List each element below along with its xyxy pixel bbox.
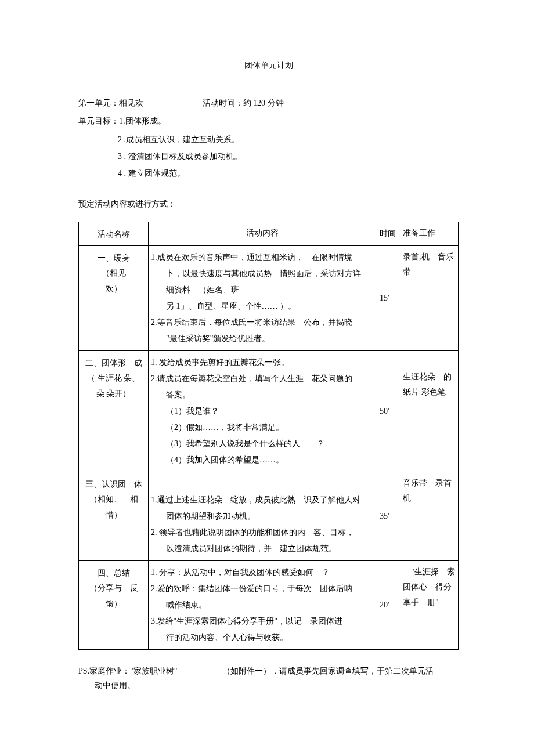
content-line: 2. 领导者也藉此说明团体的功能和团体的内 容、目标，	[150, 525, 374, 541]
activity-name-line: （相见	[81, 266, 146, 281]
activity-name: 二、团体形 成（ 生涯花 朵、朵 朵开）	[79, 350, 149, 472]
table-row: 四、总结（分享与 反馈）1. 分享：从活动中，对自我及团体的感受如何 ？2.爱的…	[79, 560, 459, 649]
table-row: 三、认识团 体（相知、 相惜） 1.通过上述生涯花朵 绽放，成员彼此熟 识及了解…	[79, 472, 459, 560]
activity-table: 活动名称 活动内容 时间 准备工作 一、暖身（相见欢）1.成员在欢乐的音乐声中，…	[78, 222, 459, 649]
content-line: 1.成员在欢乐的音乐声中，通过互相米访， 在限时情境	[150, 249, 374, 266]
goal-item: 3 . 澄清团体目标及成员参加动机。	[118, 149, 459, 164]
activity-name-line: （分享与 反馈）	[81, 581, 146, 612]
content-line: 答案。	[150, 387, 374, 403]
content-line: 1. 分享：从活动中，对自我及团体的感受如何 ？	[150, 565, 374, 581]
footnote-line2: 动中使用。	[95, 678, 459, 693]
content-line: 3.发给"生涯深索团体心得分享手册"，以记 录团体进	[150, 613, 374, 630]
activity-content: 1. 发给成员事先剪好的五瓣花朵一张。2.请成员在每瓣花朵空白处，填写个人生涯 …	[149, 350, 377, 472]
time-label: 活动时间：约 120 分钟	[203, 99, 284, 107]
prep-line: 团体心 得分	[403, 580, 456, 595]
activity-prep: 生涯花朵 的纸片 彩色笔	[400, 350, 459, 472]
content-line: 2.请成员在每瓣花朵空白处，填写个人生涯 花朵问题的	[150, 371, 374, 387]
prep-line: 纸片 彩色笔	[403, 385, 456, 400]
header-content: 活动内容	[149, 222, 377, 245]
activity-name-line: 二、团体形 成	[81, 356, 146, 371]
content-line: （4）我加入团体的希望是……。	[150, 452, 374, 468]
activity-time: 20'	[377, 560, 400, 649]
activity-name-line: 三、认识团 体	[81, 477, 146, 493]
footnote-label: PS.家庭作业："家族职业树"	[78, 667, 178, 675]
content-line: （3）我希望别人说我是个什么样的人 ？	[150, 436, 374, 452]
activity-time: 15'	[377, 245, 400, 350]
content-line: 卜，以最快速度与其他成员热 情照面后，采访对方详	[150, 266, 374, 282]
prep-line: 带	[403, 265, 456, 280]
activity-name-line: 一、暖身	[81, 251, 146, 266]
content-line: 喊作结束。	[150, 597, 374, 613]
content-line: （1）我是谁？	[150, 403, 374, 419]
activity-content: 1.通过上述生涯花朵 绽放，成员彼此熟 识及了解他人对团体的期望和参加动机。2.…	[149, 472, 377, 560]
activity-time: 50'	[377, 350, 400, 472]
content-line: 团体的期望和参加动机。	[150, 508, 374, 525]
activity-name-line: 四、总结	[81, 566, 146, 581]
activity-name: 一、暖身（相见欢）	[79, 245, 149, 350]
goal-item: 4 . 建立团体规范。	[118, 166, 459, 180]
prep-line: 享手 册"	[403, 595, 456, 611]
activity-prep: 音乐带 录首机	[400, 472, 459, 560]
activity-name-line: 欢）	[81, 281, 146, 297]
content-line: 1.通过上述生涯花朵 绽放，成员彼此熟 识及了解他人对	[150, 492, 374, 508]
prep-line: 录首,机 音乐	[403, 249, 456, 265]
content-line	[150, 476, 374, 492]
content-line: 2.爱的欢呼：集结团体一份爱的口号，于每次 团体后呐	[150, 581, 374, 597]
prep-line: 音乐带 录首	[403, 476, 456, 491]
header-time: 时间	[377, 222, 400, 245]
header-name: 活动名称	[79, 222, 149, 245]
goal-label: 单元目标：1.团体形成。	[78, 114, 459, 128]
activity-name-line: （ 生涯花 朵、	[81, 371, 146, 386]
activity-name-line: （相知、 相	[81, 492, 146, 508]
table-header-row: 活动名称 活动内容 时间 准备工作	[79, 222, 459, 245]
section-label: 预定活动内容或进行方式：	[78, 197, 459, 211]
page-title: 团体单元计划	[78, 58, 459, 73]
content-line: "最佳采访奖"颁发给优胜者。	[150, 331, 374, 347]
content-line: （2）假如……，我将非常满足。	[150, 419, 374, 436]
prep-line: "生涯探 索	[403, 565, 456, 580]
activity-content: 1. 分享：从活动中，对自我及团体的感受如何 ？2.爱的欢呼：集结团体一份爱的口…	[149, 560, 377, 649]
activity-prep: 录首,机 音乐带	[400, 245, 459, 350]
content-line: 行的活动内容、个人心得与收获。	[150, 630, 374, 646]
activity-name-line: 惜）	[81, 508, 146, 523]
goal-item: 2 .成员相互认识，建立互动关系。	[118, 132, 459, 147]
activity-name: 四、总结（分享与 反馈）	[79, 560, 149, 649]
activity-content: 1.成员在欢乐的音乐声中，通过互相米访， 在限时情境卜，以最快速度与其他成员热 …	[149, 245, 377, 350]
content-line: 细资料 （姓名、班	[150, 282, 374, 298]
content-line: 以澄清成员对团体的期待，并 建立团体规范。	[150, 541, 374, 557]
content-line: 另 1」、血型、星座、个性…… ）。	[150, 298, 374, 314]
prep-line: 机	[403, 491, 456, 507]
activity-name: 三、认识团 体（相知、 相惜）	[79, 472, 149, 560]
content-line: 2.等音乐结束后，每位成氏一将米访结果 公布，并揭晓	[150, 314, 374, 331]
unit-header-line: 第一单元：相见欢 活动时间：约 120 分钟	[78, 96, 459, 110]
footnote-text1: （如附件一），请成员事先回家调查填写，于第二次单元活	[222, 667, 434, 675]
activity-time: 35'	[377, 472, 400, 560]
activity-prep: "生涯探 索团体心 得分享手 册"	[400, 560, 459, 649]
table-row: 二、团体形 成（ 生涯花 朵、朵 朵开）1. 发给成员事先剪好的五瓣花朵一张。2…	[79, 350, 459, 472]
table-row: 一、暖身（相见欢）1.成员在欢乐的音乐声中，通过互相米访， 在限时情境卜，以最快…	[79, 245, 459, 350]
content-line: 1. 发给成员事先剪好的五瓣花朵一张。	[150, 355, 374, 371]
footnote: PS.家庭作业："家族职业树" （如附件一），请成员事先回家调查填写，于第二次单…	[78, 664, 459, 678]
unit-label: 第一单元：相见欢	[78, 96, 200, 110]
prep-line: 生涯花朵 的	[403, 370, 456, 385]
activity-name-line: 朵 朵开）	[81, 386, 146, 402]
header-prep: 准备工作	[400, 222, 459, 245]
